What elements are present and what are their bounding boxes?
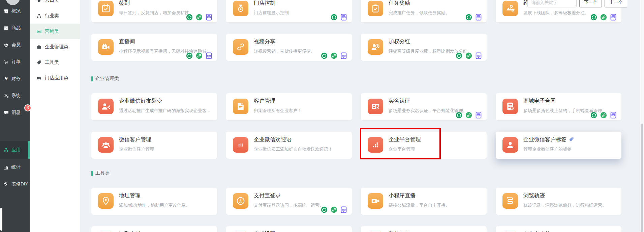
wap-icon[interactable]: WAP <box>475 52 482 59</box>
sidebar-item-orders[interactable]: 订单 <box>0 53 30 70</box>
apps-icon <box>3 147 9 153</box>
app-card[interactable]: 签到 每日签到，反复到店，增加会员粘性。 WAP <box>91 0 217 22</box>
app-card-title: 浏览轨迹 <box>523 192 545 199</box>
svg-text:WAP: WAP <box>477 55 480 57</box>
app-card-desc: 通过活动推广生成带推广码的海报实现企业客... <box>119 108 213 114</box>
store-icon <box>36 75 42 81</box>
app-card[interactable]: 企业微信好友裂变 通过活动推广生成带推广码的海报实现企业客... <box>91 93 217 120</box>
app-card-title: 任务奖励 <box>389 0 410 7</box>
platform-chart-icon <box>368 137 383 153</box>
app-card-title: 客服设置 <box>254 231 275 232</box>
category-item-store[interactable]: 门店应用类 <box>30 70 80 86</box>
sidebar-item-diy[interactable]: 装修DIY <box>0 176 30 192</box>
app-card[interactable]: 直播间 小程序显示视频号直播间，无缝对接快速跳转。 WAP <box>91 34 217 61</box>
svg-text:WAP: WAP <box>477 17 480 18</box>
sidebar-item-label: 装修DIY <box>11 181 28 187</box>
user-pie-icon <box>368 39 383 55</box>
app-list: 签到 每日签到，反复到店，增加会员粘性。 WAP 门店控制 门店前端显示控制 W… <box>91 0 621 232</box>
user-share-icon <box>98 99 114 114</box>
category-item-marketing[interactable]: 营销类 <box>30 24 80 39</box>
page-scrollbar-thumb[interactable] <box>641 124 643 232</box>
location-pin-icon <box>98 193 114 209</box>
h5-link-icon[interactable] <box>196 14 203 21</box>
miniprogram-icon[interactable] <box>456 112 462 119</box>
app-card-desc: 企业微信客户管理 <box>119 146 213 152</box>
page-scrollbar[interactable] <box>640 0 644 232</box>
platform-badges: WAP <box>321 206 347 213</box>
find-prev-button[interactable]: 上一个 <box>605 0 627 7</box>
miniprogram-icon[interactable] <box>186 14 193 21</box>
sidebar-item-finance[interactable]: ¥ 财务 <box>0 70 30 87</box>
app-card[interactable]: 自定义表单 <box>496 226 621 232</box>
app-card-title: 企业微信欢迎语 <box>254 136 292 143</box>
h5-link-icon[interactable] <box>465 112 472 119</box>
find-input[interactable] <box>527 0 577 7</box>
platform-badges: WAP <box>331 14 347 21</box>
wap-icon[interactable]: WAP <box>475 112 482 119</box>
app-card[interactable]: 任务奖励 完成推广任务，领取任务奖励。 WAP <box>361 0 487 22</box>
sidebar-item-system[interactable]: 系统 <box>0 87 30 104</box>
svg-text:WAP: WAP <box>342 55 345 57</box>
app-card[interactable]: 微信客户管理 企业微信客户管理 <box>91 132 217 159</box>
sidebar-item-label: 系统 <box>11 93 21 99</box>
category-label: 工具类 <box>45 59 59 66</box>
miniprogram-icon[interactable] <box>321 206 328 213</box>
app-card[interactable]: 视频分享 短视频营销，带货传播更便捷。 WAP <box>226 34 352 61</box>
app-card-title: 自定义表单 <box>523 231 550 232</box>
miniprogram-icon[interactable] <box>331 14 337 21</box>
app-card[interactable]: 商城电子合同 多场景多角色线上签约，手机端查看管理。 WAP <box>496 93 621 120</box>
h5-link-icon[interactable] <box>600 14 607 21</box>
sidebar-item-messages[interactable]: 消息 3 <box>0 104 30 121</box>
wap-icon[interactable]: WAP <box>340 14 347 21</box>
app-card[interactable]: 浏览轨迹 轨迹记录，洞察浏览偏好，进行精细运营。 <box>496 188 621 215</box>
category-item-tools[interactable]: 工具类 <box>30 55 80 70</box>
app-card[interactable]: 客服设置 <box>226 226 352 232</box>
category-item-enterprise[interactable]: 企业管理类 <box>30 39 80 55</box>
app-card-title: 企业平台管理 <box>389 136 421 143</box>
app-card[interactable]: 门店控制 门店前端显示控制 WAP <box>226 0 352 22</box>
sidebar-scrollbar-thumb[interactable] <box>0 208 2 231</box>
h5-link-icon[interactable] <box>331 206 337 213</box>
miniprogram-icon[interactable] <box>186 52 193 59</box>
miniprogram-icon[interactable] <box>321 52 328 59</box>
app-card[interactable]: 小程序直播 链接公域流量，平台自主开播。 <box>361 188 487 215</box>
sidebar-item-goods[interactable]: 商品 <box>0 20 30 36</box>
sidebar-item-apps[interactable]: 应用 <box>0 141 30 159</box>
find-next-button[interactable]: 下一个 <box>579 0 602 7</box>
category-label: 企业管理类 <box>45 44 68 50</box>
app-card[interactable]: 企业微信客户标签 管理企业微信客户的标签 <box>496 132 621 159</box>
app-card[interactable]: 客户管理 归集管理所有企业客户！ <box>226 93 352 120</box>
h5-link-icon[interactable] <box>196 52 203 59</box>
category-item-industry[interactable]: 行业类 <box>30 8 80 24</box>
sidebar-item-stats[interactable]: 统计 <box>0 159 30 176</box>
h5-link-icon[interactable] <box>331 52 337 59</box>
members-icon <box>3 42 9 48</box>
miniprogram-icon[interactable] <box>590 14 597 21</box>
app-card[interactable]: 装修DIY <box>361 226 487 232</box>
sidebar-item-overview[interactable]: 概况 <box>0 3 30 20</box>
miniprogram-icon[interactable] <box>456 52 462 59</box>
wap-icon[interactable]: WAP <box>475 14 482 21</box>
category-item-entry[interactable]: 入口类 <box>30 0 80 8</box>
sidebar-item-members[interactable]: 会员 <box>0 36 30 53</box>
app-card[interactable]: 地址管理 添加/修改地址，协助用户更改信息。 <box>91 188 217 215</box>
app-card[interactable]: 实名认证 多场景业务实名认证，平台规范化管理。 WAP <box>361 93 487 120</box>
platform-badges: WAP <box>590 14 617 21</box>
app-card[interactable]: 企业平台管理 企业平台管理 <box>361 132 487 159</box>
wap-icon[interactable]: WAP <box>610 14 617 21</box>
app-card[interactable]: ¥ 汇聚支付 <box>91 226 217 232</box>
wap-icon[interactable]: WAP <box>340 206 347 213</box>
h5-link-icon[interactable] <box>465 52 472 59</box>
app-card-desc: 企业微信员工添加好友自动发送欢迎语！ <box>254 146 348 152</box>
miniprogram-icon[interactable] <box>465 14 472 21</box>
h5-link-icon[interactable] <box>600 112 607 119</box>
section-header-enterprise: 企业管理类 <box>91 76 621 82</box>
app-card[interactable]: Hi 企业微信欢迎语 企业微信员工添加好友自动发送欢迎语！ <box>226 132 352 159</box>
wap-icon[interactable]: WAP <box>206 52 212 59</box>
wap-icon[interactable]: WAP <box>610 112 617 119</box>
wap-icon[interactable]: WAP <box>206 14 212 21</box>
app-card[interactable]: 加权分红 经销商等级月度业绩，权重比例发放分红。 WAP <box>361 34 487 61</box>
app-card[interactable]: 支 支付宝登录 支付宝端登录访问，多端统一运营。 WAP <box>226 188 352 215</box>
wap-icon[interactable]: WAP <box>340 52 347 59</box>
miniprogram-icon[interactable] <box>590 112 597 119</box>
